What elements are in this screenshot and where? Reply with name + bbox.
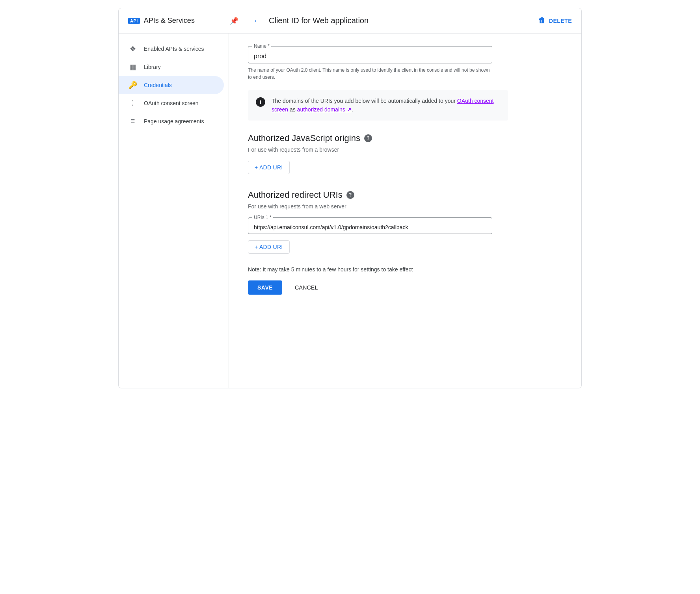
info-icon: i [256, 97, 265, 107]
sidebar-item-label: Library [144, 64, 161, 70]
sidebar: ❖ Enabled APIs & services ▦ Library 🔑 Cr… [119, 33, 229, 388]
info-box: i The domains of the URIs you add below … [248, 90, 508, 121]
sidebar-item-oauth-consent[interactable]: ⁚ OAuth consent screen [119, 94, 224, 112]
back-button[interactable]: ← [251, 15, 262, 27]
name-label: Name * [252, 43, 271, 49]
oauth-icon: ⁚ [128, 99, 138, 108]
js-origins-subtitle: For use with requests from a browser [248, 147, 562, 153]
name-field: Name * The name of your OAuth 2.0 client… [248, 46, 562, 81]
sidebar-item-credentials[interactable]: 🔑 Credentials [119, 76, 224, 94]
redirect-uris-section: Authorized redirect URIs ? For use with … [248, 190, 562, 254]
sidebar-item-label: Credentials [144, 82, 172, 88]
library-icon: ▦ [128, 63, 138, 71]
sidebar-item-enabled-apis[interactable]: ❖ Enabled APIs & services [119, 40, 224, 58]
credentials-icon: 🔑 [128, 81, 138, 89]
name-hint: The name of your OAuth 2.0 client. This … [248, 67, 492, 81]
js-origins-section: Authorized JavaScript origins ? For use … [248, 133, 562, 174]
cancel-button[interactable]: CANCEL [289, 280, 324, 295]
name-field-wrapper: Name * [248, 46, 492, 63]
add-uri-redirect-button[interactable]: + ADD URI [248, 240, 290, 254]
info-text-middle: as [288, 106, 297, 113]
main-layout: ❖ Enabled APIs & services ▦ Library 🔑 Cr… [119, 33, 581, 388]
enabled-apis-icon: ❖ [128, 45, 138, 53]
delete-icon: 🗑 [538, 17, 546, 25]
uri-field-wrapper: URIs 1 * [248, 217, 492, 234]
js-origins-title: Authorized JavaScript origins ? [248, 133, 562, 143]
redirect-uris-help-icon[interactable]: ? [346, 191, 354, 199]
name-input[interactable] [254, 53, 486, 60]
header-divider [245, 14, 245, 28]
uri-input[interactable] [254, 224, 486, 230]
sidebar-item-page-usage[interactable]: ≡ Page usage agreements [119, 112, 224, 130]
sidebar-item-label: Page usage agreements [144, 118, 204, 124]
sidebar-item-library[interactable]: ▦ Library [119, 58, 224, 76]
add-uri-redirect-label: + ADD URI [255, 244, 283, 250]
save-button[interactable]: SAVE [248, 280, 282, 295]
page-usage-icon: ≡ [128, 117, 138, 125]
app-container: API APIs & Services 📌 ← Client ID for We… [118, 8, 582, 388]
top-header: API APIs & Services 📌 ← Client ID for We… [119, 8, 581, 33]
delete-button[interactable]: 🗑 DELETE [538, 17, 572, 25]
info-text: The domains of the URIs you add below wi… [272, 97, 500, 114]
api-badge: API [128, 18, 140, 24]
app-name: APIs & Services [144, 17, 195, 25]
delete-label: DELETE [549, 18, 572, 24]
pin-icon: 📌 [230, 17, 238, 25]
info-text-before: The domains of the URIs you add below wi… [272, 98, 457, 104]
authorized-domains-link[interactable]: authorized domains ↗ [297, 106, 352, 113]
note-text: Note: It may take 5 minutes to a few hou… [248, 266, 562, 273]
info-text-after: . [352, 106, 353, 113]
action-buttons: SAVE CANCEL [248, 280, 562, 295]
sidebar-item-label: Enabled APIs & services [144, 46, 204, 52]
add-uri-js-button[interactable]: + ADD URI [248, 161, 290, 174]
redirect-uris-title: Authorized redirect URIs ? [248, 190, 562, 200]
sidebar-item-label: OAuth consent screen [144, 100, 199, 106]
app-logo: API APIs & Services 📌 [128, 17, 238, 25]
redirect-uris-subtitle: For use with requests from a web server [248, 203, 562, 210]
uri-label: URIs 1 * [252, 215, 273, 220]
content-area: Name * The name of your OAuth 2.0 client… [229, 33, 581, 388]
page-title: Client ID for Web application [269, 16, 369, 25]
add-uri-js-label: + ADD URI [255, 164, 283, 171]
external-link-icon: ↗ [347, 106, 352, 113]
header-nav: ← Client ID for Web application 🗑 DELETE [251, 15, 572, 27]
js-origins-help-icon[interactable]: ? [364, 134, 372, 142]
